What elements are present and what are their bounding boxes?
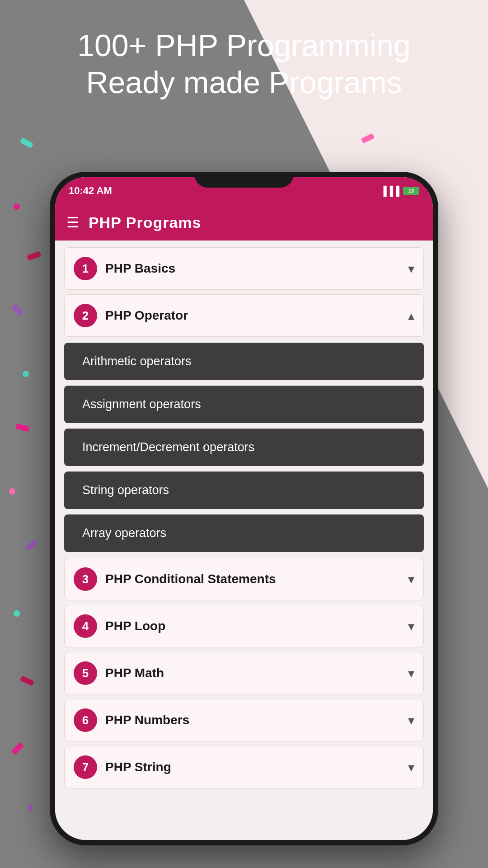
category-number: 4 — [74, 614, 97, 638]
category-label: PHP Loop — [105, 619, 408, 633]
category-number: 5 — [74, 661, 97, 685]
sub-item[interactable]: Assignment operators — [64, 386, 424, 423]
chevron-icon: ▾ — [408, 619, 414, 634]
phone-frame: 10:42 AM ▐▐▐ 13 ☰ PHP Programs 1PHP Basi… — [50, 172, 438, 845]
category-number: 6 — [74, 708, 97, 732]
chevron-icon: ▾ — [408, 760, 414, 775]
category-number: 7 — [74, 755, 97, 779]
category-item[interactable]: 2PHP Operator▴ — [64, 294, 424, 337]
hamburger-icon[interactable]: ☰ — [66, 214, 80, 231]
signal-icon: ▐▐▐ — [380, 186, 399, 196]
list-container: 1PHP Basics▾2PHP Operator▴Arithmetic ope… — [55, 241, 433, 840]
app-title: PHP Programs — [89, 214, 201, 231]
category-item[interactable]: 3PHP Conditional Statements▾ — [64, 558, 424, 600]
category-item[interactable]: 7PHP String▾ — [64, 746, 424, 788]
sub-item[interactable]: Array operators — [64, 514, 424, 552]
chevron-icon: ▾ — [408, 572, 414, 587]
header-line1: 100+ PHP Programming — [36, 27, 452, 64]
expanded-group: Arithmetic operatorsAssignment operators… — [64, 341, 424, 553]
category-label: PHP Conditional Statements — [105, 572, 408, 586]
chevron-icon: ▾ — [408, 261, 414, 276]
category-item[interactable]: 6PHP Numbers▾ — [64, 699, 424, 741]
category-label: PHP String — [105, 760, 408, 774]
category-item[interactable]: 4PHP Loop▾ — [64, 605, 424, 647]
status-time: 10:42 AM — [69, 185, 112, 197]
header-text: 100+ PHP Programming Ready made Programs — [0, 27, 488, 101]
header-line2: Ready made Programs — [36, 64, 452, 101]
sub-item[interactable]: Arithmetic operators — [64, 343, 424, 380]
category-label: PHP Numbers — [105, 713, 408, 727]
category-label: PHP Math — [105, 666, 408, 680]
sub-item[interactable]: String operators — [64, 472, 424, 509]
chevron-icon: ▴ — [408, 308, 414, 323]
category-number: 2 — [74, 304, 97, 327]
sub-item[interactable]: Increment/Decrement operators — [64, 429, 424, 466]
battery-icon: 13 — [403, 187, 419, 195]
phone-screen: 10:42 AM ▐▐▐ 13 ☰ PHP Programs 1PHP Basi… — [55, 177, 433, 840]
category-number: 1 — [74, 257, 97, 280]
chevron-icon: ▾ — [408, 713, 414, 728]
phone-notch — [194, 172, 294, 188]
chevron-icon: ▾ — [408, 666, 414, 681]
status-right: ▐▐▐ 13 — [380, 186, 419, 196]
category-item[interactable]: 5PHP Math▾ — [64, 652, 424, 694]
category-label: PHP Basics — [105, 261, 408, 276]
app-bar: ☰ PHP Programs — [55, 204, 433, 241]
category-number: 3 — [74, 567, 97, 591]
category-label: PHP Operator — [105, 308, 408, 323]
category-item[interactable]: 1PHP Basics▾ — [64, 247, 424, 290]
